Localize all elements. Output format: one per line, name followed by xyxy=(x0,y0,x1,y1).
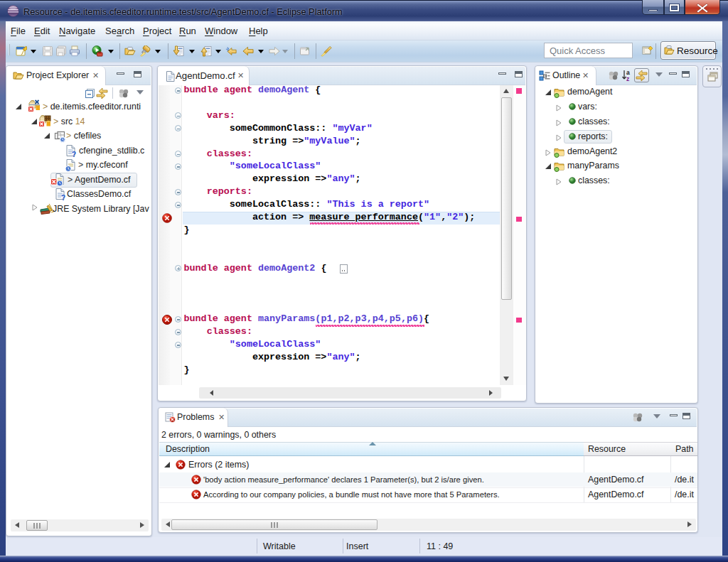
svg-text:?: ? xyxy=(72,151,76,158)
svg-text:z: z xyxy=(626,75,629,82)
svg-text:?: ? xyxy=(61,194,65,201)
